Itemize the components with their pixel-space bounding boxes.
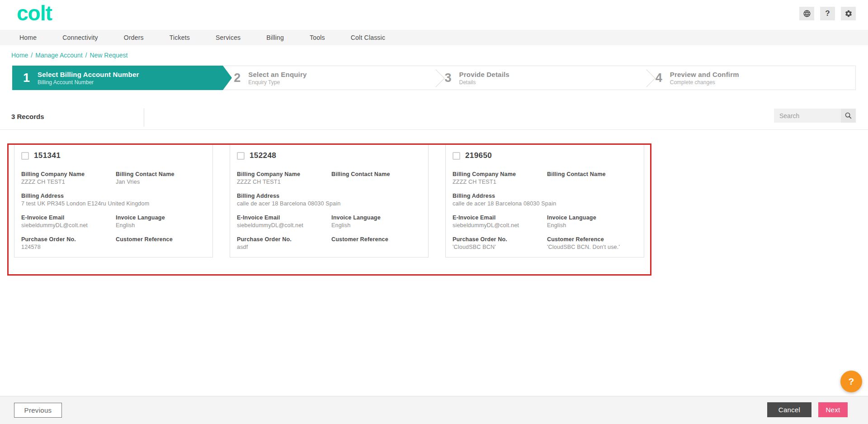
nav-item-services[interactable]: Services: [216, 34, 241, 41]
cancel-button[interactable]: Cancel: [767, 402, 811, 417]
field-label: Billing Company Name: [21, 171, 116, 177]
globe-icon[interactable]: [799, 7, 814, 20]
step-title: Select Billing Account Number: [38, 71, 139, 78]
field-label: Purchase Order No.: [21, 236, 116, 243]
card-header: 151341: [21, 151, 205, 160]
card-fields: Billing Company NameZZZZ CH TEST1 Billin…: [453, 171, 637, 258]
step-number: 4: [656, 72, 662, 84]
field-label: Billing Address: [21, 193, 205, 199]
gear-icon: [844, 10, 853, 18]
field-label: Customer Reference: [116, 236, 205, 243]
field-label: Billing Address: [453, 193, 637, 199]
card-header: 219650: [453, 151, 637, 160]
field-value: calle de acer 18 Barcelona 08030 Spain: [237, 200, 421, 207]
footer-actions: Cancel Next: [767, 402, 848, 417]
field-value: 'CloudSBC BCN': [453, 244, 547, 250]
billing-account-card-219650[interactable]: 219650 Billing Company NameZZZZ CH TEST1…: [445, 144, 644, 257]
wizard-step-1-select-billing-account[interactable]: 1 Select Billing Account Number Billing …: [12, 66, 223, 90]
page-footer: Previous Cancel Next: [0, 396, 868, 424]
field-label: Billing Address: [237, 193, 421, 199]
step-wizard: 1 Select Billing Account Number Billing …: [12, 66, 856, 90]
records-count: 3 Records: [11, 113, 44, 120]
search-box: [774, 109, 856, 123]
field-value: siebeldummyDL@colt.net: [21, 222, 116, 229]
step-title: Provide Details: [459, 71, 509, 78]
step-subtitle: Billing Account Number: [38, 79, 139, 86]
search-button[interactable]: [841, 109, 856, 123]
question-icon: ?: [825, 9, 830, 18]
records-toolbar: 3 Records: [0, 105, 868, 130]
nav-item-colt-classic[interactable]: Colt Classic: [351, 34, 385, 41]
field-value: English: [116, 222, 205, 229]
nav-item-orders[interactable]: Orders: [124, 34, 144, 41]
wizard-step-2-select-enquiry[interactable]: 2 Select an Enquiry Enquiry Type: [223, 66, 434, 90]
breadcrumb-home[interactable]: Home: [11, 52, 28, 59]
field-label: Billing Contact Name: [331, 171, 421, 177]
step-subtitle: Details: [459, 79, 509, 86]
field-label: Invoice Language: [547, 214, 637, 221]
next-button[interactable]: Next: [818, 402, 848, 417]
field-label: Invoice Language: [116, 214, 205, 221]
breadcrumb-new-request[interactable]: New Request: [90, 52, 127, 59]
breadcrumb-separator: /: [31, 52, 33, 59]
field-value: ZZZZ CH TEST1: [453, 179, 547, 185]
toolbar-divider: [144, 108, 144, 127]
field-value: calle de acer 18 Barcelona 08030 Spain: [453, 200, 637, 207]
step-number: 1: [23, 72, 30, 84]
field-label: Billing Contact Name: [116, 171, 205, 177]
field-label: Customer Reference: [547, 236, 637, 243]
colt-logo: colt: [17, 3, 52, 24]
field-label: E-Invoice Email: [21, 214, 116, 221]
field-label: Purchase Order No.: [237, 236, 331, 243]
step-number: 3: [445, 72, 452, 84]
help-icon-button[interactable]: ?: [820, 7, 835, 20]
gear-icon-button[interactable]: [841, 7, 856, 20]
account-number: 152248: [250, 151, 276, 160]
card-fields: Billing Company NameZZZZ CH TEST1 Billin…: [237, 171, 421, 258]
top-header: colt ?: [0, 0, 868, 30]
previous-button[interactable]: Previous: [14, 403, 62, 418]
nav-item-tools[interactable]: Tools: [310, 34, 325, 41]
step-subtitle: Enquiry Type: [248, 79, 307, 86]
help-fab-button[interactable]: ?: [840, 371, 862, 392]
field-value: English: [331, 222, 421, 229]
field-value: Jan Vries: [116, 179, 205, 185]
step-title: Select an Enquiry: [248, 71, 307, 78]
field-value: 'CloudSBC BCN. Don't use.': [547, 244, 637, 250]
field-value: ZZZZ CH TEST1: [237, 179, 331, 185]
wizard-step-4-preview-confirm[interactable]: 4 Preview and Confirm Complete changes: [645, 66, 856, 90]
field-value: 124578: [21, 244, 116, 250]
field-label: Billing Company Name: [453, 171, 547, 177]
breadcrumb-separator: /: [85, 52, 87, 59]
card-fields: Billing Company NameZZZZ CH TEST1 Billin…: [21, 171, 205, 258]
billing-account-card-151341[interactable]: 151341 Billing Company NameZZZZ CH TEST1…: [14, 144, 213, 257]
field-label: Billing Contact Name: [547, 171, 637, 177]
step-subtitle: Complete changes: [670, 79, 739, 86]
account-number: 219650: [465, 151, 492, 160]
globe-icon: [803, 10, 811, 18]
account-checkbox[interactable]: [237, 152, 245, 160]
field-label: Invoice Language: [331, 214, 421, 221]
header-icon-group: ?: [799, 7, 856, 20]
search-input[interactable]: [774, 109, 841, 123]
step-number: 2: [234, 72, 241, 84]
breadcrumb-manage-account[interactable]: Manage Account: [35, 52, 82, 59]
billing-account-cards: 151341 Billing Company NameZZZZ CH TEST1…: [14, 144, 868, 257]
nav-item-billing[interactable]: Billing: [266, 34, 284, 41]
account-checkbox[interactable]: [21, 152, 29, 160]
billing-account-card-152248[interactable]: 152248 Billing Company NameZZZZ CH TEST1…: [230, 144, 429, 257]
field-value: siebeldummyDL@colt.net: [453, 222, 547, 229]
field-label: E-Invoice Email: [237, 214, 331, 221]
field-label: E-Invoice Email: [453, 214, 547, 221]
breadcrumb: Home/Manage Account/New Request: [0, 45, 868, 59]
wizard-step-3-provide-details[interactable]: 3 Provide Details Details: [434, 66, 645, 90]
nav-item-tickets[interactable]: Tickets: [170, 34, 190, 41]
nav-item-home[interactable]: Home: [19, 34, 37, 41]
account-checkbox[interactable]: [453, 152, 460, 160]
field-label: Billing Company Name: [237, 171, 331, 177]
nav-item-connectivity[interactable]: Connectivity: [62, 34, 98, 41]
main-content: Home/Manage Account/New Request 1 Select…: [0, 45, 868, 396]
field-value: siebeldummyDL@colt.net: [237, 222, 331, 229]
field-value: ZZZZ CH TEST1: [21, 179, 116, 185]
field-value: asdf: [237, 244, 331, 250]
